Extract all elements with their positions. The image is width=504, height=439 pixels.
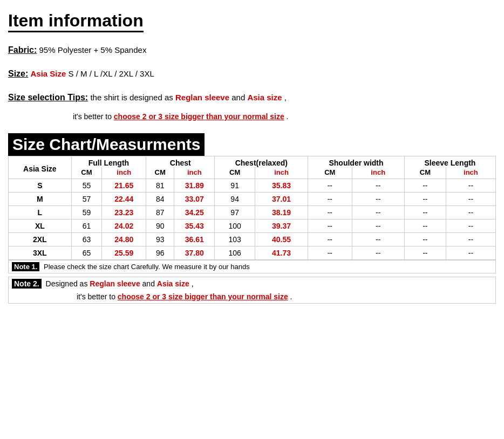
th-ch-inch: inch xyxy=(174,167,215,179)
size-table: Asia Size Full Length Chest Chest(relaxe… xyxy=(8,156,496,260)
note-1-label: Note 1. xyxy=(12,262,39,271)
td-cr-inch: 37.01 xyxy=(255,193,308,206)
td-sw-cm: -- xyxy=(308,246,352,260)
td-sl-cm: -- xyxy=(404,193,446,206)
note-2-indent-text: it's better to xyxy=(77,292,118,301)
td-ch-cm: 96 xyxy=(146,246,174,260)
td-cr-cm: 91 xyxy=(215,179,255,193)
td-sw-inch: -- xyxy=(352,179,404,193)
th-sl-cm: CM xyxy=(404,167,446,179)
note-2-link-end: . xyxy=(290,292,292,301)
td-sw-inch: -- xyxy=(352,206,404,220)
th-shoulder-width: Shoulder width xyxy=(308,156,405,168)
fabric-label: Fabric: xyxy=(8,45,37,54)
size-section: Size: Asia Size S / M / L /XL / 2XL / 3X… xyxy=(8,67,496,81)
note-2-red-1: Reglan sleeve xyxy=(90,279,140,288)
td-asia: XL xyxy=(9,220,72,233)
td-ch-inch: 35.43 xyxy=(174,220,215,233)
td-fl-inch: 21.65 xyxy=(102,179,146,193)
td-cr-inch: 38.19 xyxy=(255,206,308,220)
td-cr-inch: 35.83 xyxy=(255,179,308,193)
note-2-normal-1: Designed as xyxy=(46,279,90,288)
td-ch-cm: 81 xyxy=(146,179,174,193)
td-fl-cm: 65 xyxy=(71,246,102,260)
th-chest-relaxed: Chest(relaxed) xyxy=(215,156,308,168)
table-row: XL 61 24.02 90 35.43 100 39.37 -- -- -- … xyxy=(9,220,496,233)
table-row: M 57 22.44 84 33.07 94 37.01 -- -- -- -- xyxy=(9,193,496,206)
td-sw-cm: -- xyxy=(308,233,352,246)
note-1-section: Note 1. Please check the size chart Care… xyxy=(8,260,496,273)
td-ch-cm: 84 xyxy=(146,193,174,206)
td-sl-inch: -- xyxy=(446,206,495,220)
page-title: Item information xyxy=(8,11,144,32)
td-fl-cm: 61 xyxy=(71,220,102,233)
fabric-section: Fabric: 95% Polyester + 5% Spandex xyxy=(8,43,496,57)
td-fl-cm: 59 xyxy=(71,206,102,220)
table-body: S 55 21.65 81 31.89 91 35.83 -- -- -- --… xyxy=(9,179,496,260)
th-sl-inch: inch xyxy=(446,167,495,179)
tips-indent-text: it's better to xyxy=(73,112,114,121)
td-fl-cm: 57 xyxy=(71,193,102,206)
note-2-link[interactable]: choose 2 or 3 size bigger than your norm… xyxy=(118,292,288,301)
size-value-normal: S / M / L /XL / 2XL / 3XL xyxy=(69,69,154,78)
table-row: S 55 21.65 81 31.89 91 35.83 -- -- -- -- xyxy=(9,179,496,193)
tips-link-end: . xyxy=(287,112,289,121)
td-ch-inch: 33.07 xyxy=(174,193,215,206)
size-label: Size: xyxy=(8,69,28,78)
tips-section: Size selection Tips: the shirt is design… xyxy=(8,90,496,124)
td-sl-inch: -- xyxy=(446,220,495,233)
fabric-value: 95% Polyester + 5% Spandex xyxy=(39,45,147,54)
th-sleeve-length: Sleeve Length xyxy=(404,156,495,168)
th-full-length: Full Length xyxy=(71,156,146,168)
td-sw-inch: -- xyxy=(352,233,404,246)
th-fl-cm: CM xyxy=(71,167,102,179)
td-asia: L xyxy=(9,206,72,220)
td-sl-inch: -- xyxy=(446,193,495,206)
td-sl-cm: -- xyxy=(404,246,446,260)
note-2-normal-3: , xyxy=(192,279,194,288)
td-sw-cm: -- xyxy=(308,220,352,233)
td-asia: M xyxy=(9,193,72,206)
td-sl-cm: -- xyxy=(404,233,446,246)
th-cr-inch: inch xyxy=(255,167,308,179)
th-sw-cm: CM xyxy=(308,167,352,179)
td-ch-inch: 37.80 xyxy=(174,246,215,260)
td-sl-inch: -- xyxy=(446,233,495,246)
table-header-row-1: Asia Size Full Length Chest Chest(relaxe… xyxy=(9,156,496,168)
td-ch-inch: 34.25 xyxy=(174,206,215,220)
td-ch-cm: 90 xyxy=(146,220,174,233)
th-asia-size: Asia Size xyxy=(9,156,72,179)
td-cr-cm: 106 xyxy=(215,246,255,260)
td-asia: 2XL xyxy=(9,233,72,246)
td-sw-inch: -- xyxy=(352,220,404,233)
td-sw-cm: -- xyxy=(308,193,352,206)
table-row: L 59 23.23 87 34.25 97 38.19 -- -- -- -- xyxy=(9,206,496,220)
td-sl-inch: -- xyxy=(446,246,495,260)
table-header-row-2: CM inch CM inch CM inch CM inch CM inch xyxy=(9,167,496,179)
td-cr-inch: 40.55 xyxy=(255,233,308,246)
note-2-label: Note 2. xyxy=(12,279,42,289)
td-ch-inch: 36.61 xyxy=(174,233,215,246)
td-sw-cm: -- xyxy=(308,206,352,220)
td-fl-inch: 25.59 xyxy=(102,246,146,260)
td-sw-inch: -- xyxy=(352,193,404,206)
td-ch-inch: 31.89 xyxy=(174,179,215,193)
tips-label: Size selection Tips: xyxy=(8,93,88,102)
tips-normal-2: and xyxy=(231,93,247,102)
td-asia: S xyxy=(9,179,72,193)
td-cr-cm: 103 xyxy=(215,233,255,246)
tips-link[interactable]: choose 2 or 3 size bigger than your norm… xyxy=(114,112,284,121)
th-chest: Chest xyxy=(146,156,215,168)
td-cr-inch: 39.37 xyxy=(255,220,308,233)
note-2-red-2: Asia size xyxy=(157,279,189,288)
th-sw-inch: inch xyxy=(352,167,404,179)
td-fl-cm: 63 xyxy=(71,233,102,246)
chart-section: Size Chart/Measurments Asia Size Full Le… xyxy=(8,133,496,304)
td-ch-cm: 87 xyxy=(146,206,174,220)
td-cr-inch: 41.73 xyxy=(255,246,308,260)
td-sl-inch: -- xyxy=(446,179,495,193)
table-row: 2XL 63 24.80 93 36.61 103 40.55 -- -- --… xyxy=(9,233,496,246)
td-sw-inch: -- xyxy=(352,246,404,260)
td-fl-inch: 22.44 xyxy=(102,193,146,206)
td-sl-cm: -- xyxy=(404,220,446,233)
